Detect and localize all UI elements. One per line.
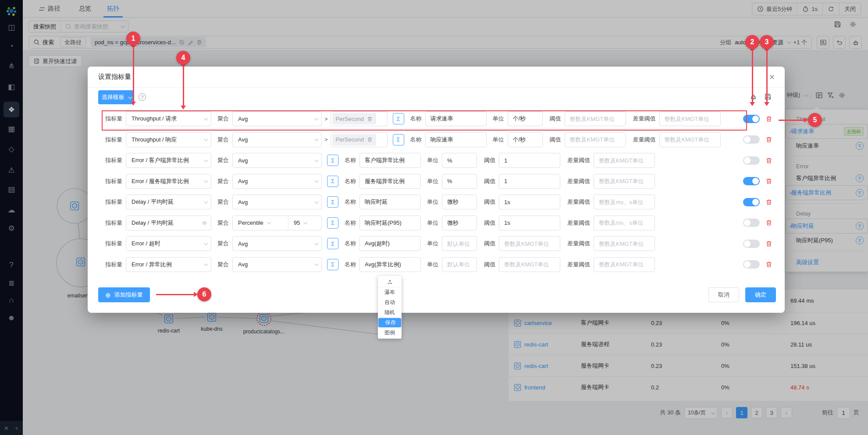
diff-threshold-input[interactable] (594, 236, 655, 251)
metric-unit-input[interactable] (442, 174, 477, 189)
plus-circle-icon: ⊕ (105, 292, 111, 298)
sigma-button[interactable]: Σ (327, 238, 338, 249)
context-menu-item[interactable]: 瀑布 (378, 287, 402, 297)
agg-percentile-select[interactable]: 95 (288, 216, 321, 230)
agg-select[interactable]: Avg (232, 257, 322, 272)
add-metric-button[interactable]: ⊕ 添加指标量 (98, 287, 150, 302)
metric-enabled-toggle[interactable] (743, 198, 760, 206)
agg-method-select[interactable]: Percentile (233, 216, 288, 230)
metric-select[interactable]: Delay / 平均时延 (126, 195, 211, 209)
delete-metric-icon[interactable] (765, 261, 772, 268)
diff-threshold-input[interactable] (594, 153, 655, 168)
threshold-input[interactable] (499, 236, 560, 251)
agg-select[interactable]: Avg (232, 236, 322, 251)
metric-enabled-toggle[interactable] (743, 177, 760, 185)
unit-field-label: 单位 (493, 115, 504, 123)
metric-enabled-toggle[interactable] (743, 260, 760, 269)
threshold-input[interactable] (565, 111, 626, 126)
metric-unit-input[interactable] (442, 195, 477, 209)
diff-threshold-input[interactable] (659, 132, 721, 147)
metric-unit-input[interactable] (508, 111, 543, 126)
metric-row: 指标量Error / 异常比例聚合AvgΣ名称单位阈值差量阈值 (105, 257, 772, 272)
diff-threshold-input[interactable] (659, 111, 721, 126)
delete-metric-icon[interactable] (765, 157, 772, 164)
delete-metric-icon[interactable] (765, 115, 772, 123)
metric-unit-input[interactable] (442, 153, 477, 168)
context-menu-item[interactable]: 随机 (378, 308, 402, 318)
delete-metric-icon[interactable] (765, 198, 772, 206)
sigma-button[interactable]: Σ (327, 176, 338, 187)
modal-brush-icon[interactable] (750, 93, 757, 100)
delete-metric-icon[interactable] (765, 136, 772, 143)
cancel-button[interactable]: 取消 (708, 287, 739, 302)
export-icon[interactable] (378, 277, 402, 287)
metric-name-input[interactable] (359, 174, 421, 189)
unit-chip-select[interactable]: PerSecond (331, 111, 388, 126)
context-menu-item[interactable]: 图例 (378, 328, 402, 338)
modal-close-icon[interactable]: ✕ (769, 73, 775, 82)
help-icon[interactable]: ? (139, 93, 146, 101)
metric-select[interactable]: Error / 异常比例 (126, 257, 211, 272)
metric-enabled-toggle[interactable] (743, 240, 760, 248)
confirm-button[interactable]: 确定 (745, 287, 776, 302)
metric-select[interactable]: Throughput / 响应 (126, 132, 211, 147)
diff-threshold-input[interactable] (594, 257, 655, 272)
metric-unit-input[interactable] (442, 216, 477, 230)
chip-trash-icon[interactable] (367, 116, 373, 122)
metric-unit-input[interactable] (508, 132, 543, 147)
metric-enabled-toggle[interactable] (743, 156, 760, 165)
metric-name-input[interactable] (425, 132, 487, 147)
context-menu-item[interactable]: 保存 (378, 318, 402, 328)
metric-select[interactable]: Delay / 平均时延⊗ (126, 216, 211, 230)
metric-enabled-toggle[interactable] (743, 135, 760, 144)
metric-enabled-toggle[interactable] (743, 115, 760, 123)
sigma-button[interactable]: Σ (327, 196, 338, 208)
metric-unit-input[interactable] (442, 257, 477, 272)
metric-enabled-toggle[interactable] (743, 219, 760, 227)
metric-name-input[interactable] (359, 195, 421, 209)
agg-select-value: Avg (238, 116, 311, 122)
metric-name-input[interactable] (359, 236, 421, 251)
threshold-input[interactable] (499, 174, 560, 189)
sigma-button[interactable]: Σ (393, 134, 404, 145)
agg-select[interactable]: Avg (232, 195, 322, 209)
clear-icon[interactable]: ⊗ (202, 219, 207, 226)
context-menu-item[interactable]: 自动 (378, 297, 402, 308)
agg-select[interactable]: Avg (232, 153, 322, 168)
metric-name-input[interactable] (359, 257, 421, 272)
sigma-button[interactable]: Σ (327, 155, 338, 166)
threshold-input[interactable] (499, 216, 560, 230)
name-field-label: 名称 (345, 198, 356, 206)
threshold-input[interactable] (499, 153, 560, 168)
choose-template-button[interactable]: 选择模板 (98, 90, 134, 104)
agg-select[interactable]: Avg (232, 132, 322, 147)
metric-name-input[interactable] (359, 153, 421, 168)
unit-chip-select[interactable]: PerSecond (331, 132, 388, 147)
metric-select[interactable]: Error / 服务端异常比例 (126, 174, 211, 189)
metric-name-input[interactable] (359, 216, 421, 230)
metric-name-input[interactable] (425, 111, 487, 126)
agg-select[interactable]: Avg (232, 111, 322, 126)
metric-unit-input[interactable] (442, 236, 477, 251)
agg-select[interactable]: Avg (232, 174, 322, 189)
delete-metric-icon[interactable] (765, 240, 772, 248)
diff-threshold-input[interactable] (594, 174, 655, 189)
sigma-button[interactable]: Σ (327, 259, 338, 270)
metric-select[interactable]: Throughput / 请求 (126, 111, 211, 126)
threshold-input[interactable] (565, 132, 626, 147)
threshold-input[interactable] (499, 257, 560, 272)
metric-select[interactable]: Error / 客户端异常比例 (126, 153, 211, 168)
delete-metric-icon[interactable] (765, 219, 772, 226)
chevron-down-icon (314, 262, 319, 266)
diff-threshold-input[interactable] (594, 216, 655, 230)
sigma-button[interactable]: Σ (327, 217, 338, 229)
metric-select[interactable]: Error / 超时 (126, 236, 211, 251)
threshold-field-label: 阈值 (484, 177, 495, 185)
agg-split-select[interactable]: Percentile95 (232, 216, 322, 230)
delete-metric-icon[interactable] (765, 177, 772, 185)
diff-threshold-input[interactable] (594, 195, 655, 209)
modal-save-icon[interactable] (764, 93, 772, 100)
threshold-input[interactable] (499, 195, 560, 209)
chip-trash-icon[interactable] (367, 137, 373, 142)
sigma-button[interactable]: Σ (393, 113, 404, 124)
